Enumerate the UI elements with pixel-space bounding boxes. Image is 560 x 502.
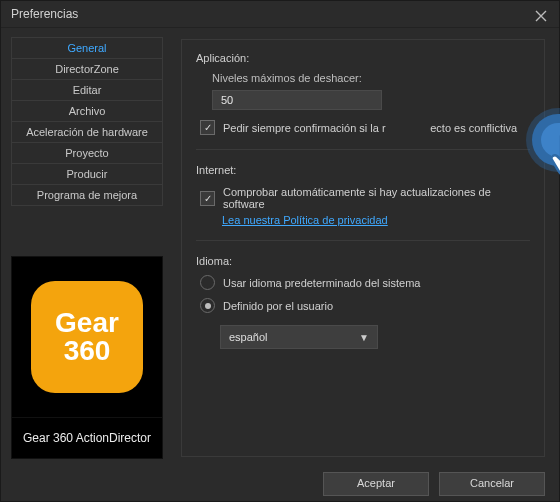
promo-brand-bottom: 360 <box>64 337 111 365</box>
lang-user-label: Definido por el usuario <box>223 300 333 312</box>
promo-caption: Gear 360 ActionDirector <box>12 417 162 458</box>
ok-button[interactable]: Aceptar <box>323 472 429 496</box>
lang-user-radio[interactable] <box>200 298 215 313</box>
promo-brand-top: Gear <box>55 309 119 337</box>
preferences-window: Preferencias General DirectorZone Editar… <box>0 0 560 502</box>
window-title: Preferencias <box>11 7 78 21</box>
promo-logo: Gear 360 <box>12 257 162 417</box>
sidebar-item-editar[interactable]: Editar <box>12 80 162 101</box>
language-select-value: español <box>229 331 268 343</box>
lang-default-label: Usar idioma predeterminado del sistema <box>223 277 420 289</box>
confirm-label-part1: Pedir siempre confirmación si la r <box>223 122 386 134</box>
section-internet: Internet: <box>196 164 530 176</box>
confirm-label-part2: ecto es conflictiva <box>430 122 517 134</box>
updates-checkbox[interactable]: ✓ <box>200 191 215 206</box>
section-language: Idioma: <box>196 255 530 267</box>
divider <box>196 149 530 150</box>
sidebar-item-producir[interactable]: Producir <box>12 164 162 185</box>
close-icon <box>535 10 547 22</box>
chevron-down-icon: ▼ <box>359 332 369 343</box>
sidebar-item-general[interactable]: General <box>12 38 162 59</box>
section-application: Aplicación: <box>196 52 530 64</box>
promo-card: Gear 360 Gear 360 ActionDirector <box>11 256 163 459</box>
language-select[interactable]: español ▼ <box>220 325 378 349</box>
lang-default-radio[interactable] <box>200 275 215 290</box>
sidebar-item-archivo[interactable]: Archivo <box>12 101 162 122</box>
undo-label: Niveles máximos de deshacer: <box>212 72 530 84</box>
confirm-label: Pedir siempre confirmación si la r xxxxx… <box>223 122 517 134</box>
updates-label: Comprobar automáticamente si hay actuali… <box>223 186 530 210</box>
sidebar: General DirectorZone Editar Archivo Acel… <box>1 27 171 467</box>
sidebar-item-directorzone[interactable]: DirectorZone <box>12 59 162 80</box>
privacy-link[interactable]: Lea nuestra Política de privacidad <box>222 214 388 226</box>
sidebar-item-proyecto[interactable]: Proyecto <box>12 143 162 164</box>
dialog-footer: Aceptar Cancelar <box>1 467 559 501</box>
sidebar-nav: General DirectorZone Editar Archivo Acel… <box>11 37 163 206</box>
sidebar-item-hardware[interactable]: Aceleración de hardware <box>12 122 162 143</box>
divider <box>196 240 530 241</box>
undo-levels-input[interactable] <box>212 90 382 110</box>
tap-cursor-icon <box>552 130 560 182</box>
cancel-button[interactable]: Cancelar <box>439 472 545 496</box>
confirm-checkbox[interactable]: ✓ <box>200 120 215 135</box>
gear360-icon: Gear 360 <box>31 281 143 393</box>
close-button[interactable] <box>535 5 553 23</box>
sidebar-item-mejora[interactable]: Programa de mejora <box>12 185 162 205</box>
titlebar: Preferencias <box>1 1 559 28</box>
settings-panel: Aplicación: Niveles máximos de deshacer:… <box>181 39 545 457</box>
